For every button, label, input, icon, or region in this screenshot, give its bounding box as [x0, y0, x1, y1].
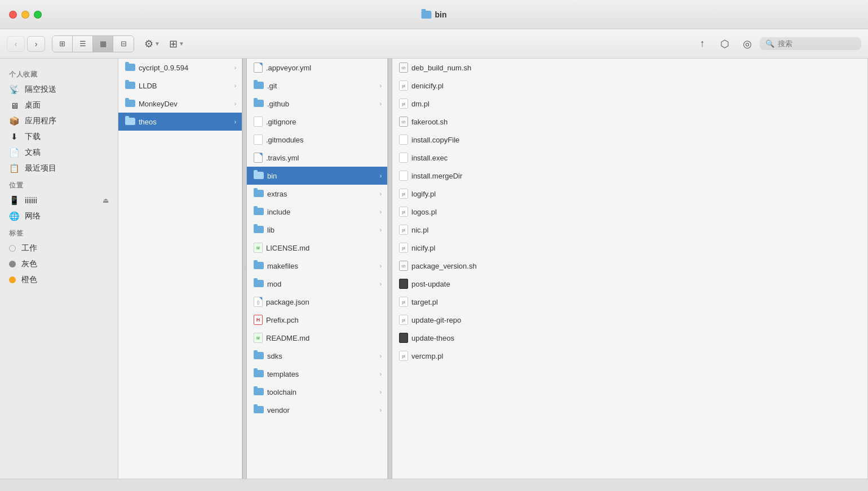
file-name: dm.pl	[411, 100, 862, 108]
list-item[interactable]: {} package.json	[247, 293, 387, 311]
tags-button[interactable]: ⬡	[715, 36, 735, 52]
sidebar-item-network[interactable]: 🌐 网络	[0, 208, 118, 224]
file-icon	[399, 279, 408, 289]
list-item[interactable]: sh deb_build_num.sh	[392, 59, 867, 77]
list-item[interactable]: pl dm.pl	[392, 95, 867, 113]
sidebar-item-iphone[interactable]: 📱 iiiiiii ⏏	[0, 193, 118, 208]
list-item[interactable]: .travis.yml	[247, 149, 387, 167]
eject-button[interactable]: ⏏	[103, 197, 109, 204]
sidebar-label-apps: 应用程序	[25, 116, 56, 126]
sidebar-label-downloads: 下载	[25, 132, 41, 142]
list-item[interactable]: vendor ›	[247, 401, 387, 419]
sort-dropdown-button[interactable]: ⊞ ▼	[166, 36, 188, 52]
minimize-button[interactable]	[21, 11, 29, 19]
list-item[interactable]: toolchain ›	[247, 383, 387, 401]
list-item[interactable]: sh package_version.sh	[392, 257, 867, 275]
sidebar-item-work[interactable]: 工作	[0, 240, 118, 256]
list-item[interactable]: mod ›	[247, 275, 387, 293]
file-icon: sh	[399, 63, 408, 73]
share-notify-button[interactable]: ◎	[737, 36, 758, 52]
list-item[interactable]: bin ›	[247, 167, 387, 185]
file-icon: pl	[399, 315, 408, 325]
file-icon: M	[254, 243, 263, 253]
list-item[interactable]: M LICENSE.md	[247, 239, 387, 257]
list-item[interactable]: theos ›	[118, 113, 242, 131]
file-icon: pl	[399, 297, 408, 307]
arrow-icon: ›	[380, 263, 382, 269]
list-item[interactable]: .github ›	[247, 95, 387, 113]
list-item[interactable]: pl update-git-repo	[392, 311, 867, 329]
file-name: fakeroot.sh	[411, 118, 862, 126]
icon-view-button[interactable]: ⊞	[52, 36, 73, 52]
sidebar-item-desktop[interactable]: 🖥 桌面	[0, 97, 118, 113]
search-input[interactable]	[778, 39, 851, 48]
sidebar-item-airdrop[interactable]: 📡 隔空投送	[0, 82, 118, 97]
forward-button[interactable]: ›	[27, 36, 45, 52]
list-item[interactable]: H Prefix.pch	[247, 311, 387, 329]
locations-header: 位置	[0, 176, 118, 193]
list-item[interactable]: install.mergeDir	[392, 167, 867, 185]
list-item[interactable]: pl logos.pl	[392, 203, 867, 221]
list-item[interactable]: sdks ›	[247, 347, 387, 365]
file-icon	[254, 117, 263, 127]
list-item[interactable]: MonkeyDev ›	[118, 95, 242, 113]
sidebar-item-gray[interactable]: 灰色	[0, 256, 118, 272]
column-divider-2[interactable]: ⋮	[388, 59, 392, 479]
sidebar-item-apps[interactable]: 📦 应用程序	[0, 113, 118, 129]
settings-dropdown-button[interactable]: ⚙ ▼	[141, 36, 163, 52]
gallery-view-button[interactable]: ⊟	[113, 36, 134, 52]
file-icon	[254, 135, 263, 145]
apps-icon: 📦	[9, 116, 19, 126]
maximize-button[interactable]	[34, 11, 42, 19]
file-name: lib	[267, 226, 377, 234]
list-item[interactable]: pl denicify.pl	[392, 77, 867, 95]
list-item[interactable]: pl nic.pl	[392, 221, 867, 239]
list-item[interactable]: sh fakeroot.sh	[392, 113, 867, 131]
list-item[interactable]: extras ›	[247, 185, 387, 203]
list-item[interactable]: cycript_0.9.594 ›	[118, 59, 242, 77]
list-item[interactable]: .git ›	[247, 77, 387, 95]
file-icon: pl	[399, 189, 408, 199]
list-item[interactable]: makefiles ›	[247, 257, 387, 275]
list-item[interactable]: pl nicify.pl	[392, 239, 867, 257]
back-button[interactable]: ‹	[7, 36, 25, 52]
share-button[interactable]: ↑	[692, 36, 712, 52]
list-item[interactable]: pl target.pl	[392, 293, 867, 311]
list-item[interactable]: post-update	[392, 275, 867, 293]
sidebar-label-orange: 橙色	[21, 275, 37, 285]
file-name: .travis.yml	[266, 154, 382, 162]
file-column-1: cycript_0.9.594 › LLDB › MonkeyDev › the…	[118, 59, 242, 479]
sidebar-item-downloads[interactable]: ⬇ 下载	[0, 129, 118, 145]
list-item[interactable]: .gitmodules	[247, 131, 387, 149]
downloads-icon: ⬇	[9, 132, 19, 142]
list-item[interactable]: pl vercmp.pl	[392, 347, 867, 365]
list-item[interactable]: install.exec	[392, 149, 867, 167]
list-item[interactable]: update-theos	[392, 329, 867, 347]
file-name: post-update	[411, 280, 862, 288]
sidebar-item-recent[interactable]: 📋 最近项目	[0, 160, 118, 176]
file-name: README.md	[266, 334, 382, 342]
list-view-button[interactable]: ☰	[73, 36, 93, 52]
list-item[interactable]: pl logify.pl	[392, 185, 867, 203]
list-item[interactable]: include ›	[247, 203, 387, 221]
file-icon	[254, 63, 263, 73]
arrow-icon: ›	[380, 353, 382, 359]
file-name: bin	[267, 172, 377, 180]
folder-icon	[254, 100, 264, 108]
list-item[interactable]: .gitignore	[247, 113, 387, 131]
list-item[interactable]: M README.md	[247, 329, 387, 347]
list-item[interactable]: templates ›	[247, 365, 387, 383]
column-divider-1[interactable]: ⋮	[242, 59, 247, 479]
list-item[interactable]: lib ›	[247, 221, 387, 239]
column-view-button[interactable]: ▦	[93, 36, 113, 52]
file-name: nicify.pl	[411, 244, 862, 252]
list-item[interactable]: install.copyFile	[392, 131, 867, 149]
arrow-icon: ›	[234, 83, 236, 89]
sidebar-item-orange[interactable]: 橙色	[0, 272, 118, 288]
list-item[interactable]: .appveyor.yml	[247, 59, 387, 77]
list-item[interactable]: LLDB ›	[118, 77, 242, 95]
file-name: .git	[267, 82, 377, 90]
close-button[interactable]	[9, 11, 17, 19]
sidebar-item-docs[interactable]: 📄 文稿	[0, 145, 118, 160]
folder-icon	[254, 370, 264, 378]
